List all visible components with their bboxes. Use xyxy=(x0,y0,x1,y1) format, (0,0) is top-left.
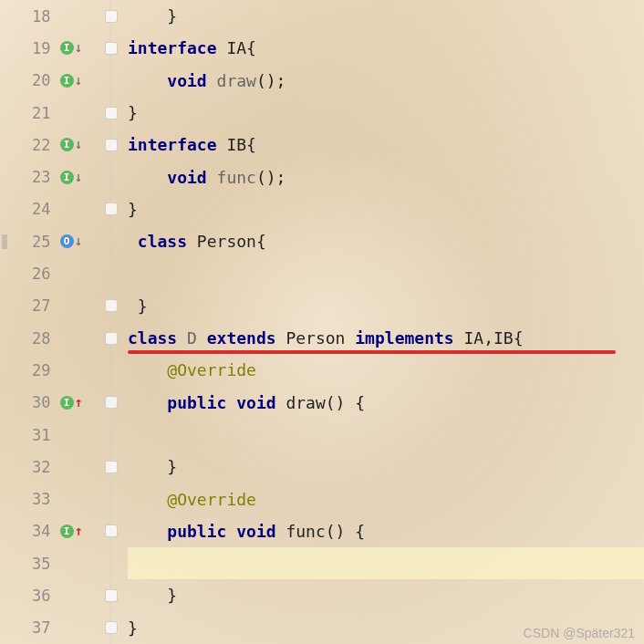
interface-badge-icon: I xyxy=(60,74,74,88)
interface-badge-icon: I xyxy=(60,525,74,538)
code-line[interactable]: void draw(); xyxy=(128,65,644,97)
code-token: IB{ xyxy=(217,135,256,154)
line-number[interactable]: 32 xyxy=(0,458,57,476)
line-number[interactable]: 18 xyxy=(0,7,57,26)
line-number[interactable]: 34 xyxy=(0,522,57,540)
code-token xyxy=(226,522,236,541)
fold-marker-icon[interactable] xyxy=(105,396,118,409)
gutter-icons: I↑ xyxy=(57,525,111,538)
caret-marker xyxy=(2,234,7,249)
fold-marker-icon[interactable] xyxy=(105,42,118,55)
code-line[interactable]: } xyxy=(128,193,644,225)
gutter-line: 34I↑ xyxy=(0,515,110,547)
fold-marker-icon[interactable] xyxy=(105,299,118,312)
gutter-line: 20I↓ xyxy=(0,65,110,97)
gutter-line: 19I↓ xyxy=(0,32,110,64)
code-token: void xyxy=(167,168,206,187)
code-line[interactable]: public void func() { xyxy=(128,515,644,547)
code-line[interactable]: void func(); xyxy=(128,161,644,192)
override-down-icon[interactable]: O↓ xyxy=(60,234,83,248)
fold-marker-icon[interactable] xyxy=(105,107,118,119)
code-line[interactable] xyxy=(128,419,644,451)
line-number[interactable]: 23 xyxy=(0,168,57,186)
line-number[interactable]: 21 xyxy=(0,104,57,122)
interface-badge-icon: I xyxy=(60,396,74,410)
line-number[interactable]: 31 xyxy=(0,426,57,444)
gutter: 1819I↓20I↓2122I↓23I↓2425O↓2627282930I↑31… xyxy=(0,0,111,644)
fold-marker-icon[interactable] xyxy=(105,589,118,602)
line-number[interactable]: 29 xyxy=(0,361,57,379)
override-badge-icon: O xyxy=(60,234,74,248)
line-number[interactable]: 24 xyxy=(0,200,57,218)
code-line[interactable]: class D extends Person implements IA,IB{ xyxy=(128,322,644,354)
code-token xyxy=(177,328,187,348)
code-area[interactable]: }interface IA{ void draw();}interface IB… xyxy=(111,0,644,644)
code-token: class xyxy=(138,232,187,251)
implements-down-icon[interactable]: I↓ xyxy=(60,74,83,88)
implements-down-icon[interactable]: I↓ xyxy=(60,41,83,55)
line-number[interactable]: 35 xyxy=(0,555,57,573)
fold-marker-icon[interactable] xyxy=(105,332,118,345)
fold-marker-icon[interactable] xyxy=(105,10,118,23)
fold-marker-icon[interactable] xyxy=(105,525,118,537)
code-token: } xyxy=(128,200,138,219)
code-token: extends xyxy=(207,328,276,348)
line-number[interactable]: 22 xyxy=(0,136,57,154)
gutter-icons: I↓ xyxy=(57,74,111,88)
code-line[interactable]: @Override xyxy=(128,354,644,386)
code-line[interactable]: interface IB{ xyxy=(128,129,644,161)
code-line[interactable]: } xyxy=(128,451,644,483)
code-line[interactable] xyxy=(128,547,644,579)
fold-marker-icon[interactable] xyxy=(105,139,118,151)
code-line[interactable]: } xyxy=(128,290,644,322)
gutter-line: 32 xyxy=(0,451,110,483)
interface-badge-icon: I xyxy=(60,41,74,55)
code-line[interactable]: } xyxy=(128,97,644,129)
line-number[interactable]: 19 xyxy=(0,39,57,57)
line-number[interactable]: 28 xyxy=(0,329,57,348)
line-number[interactable]: 26 xyxy=(0,265,57,283)
implements-up-icon[interactable]: I↑ xyxy=(60,396,83,410)
gutter-icons: I↓ xyxy=(57,41,111,55)
line-number[interactable]: 37 xyxy=(0,618,57,637)
code-token: (); xyxy=(256,168,286,187)
code-token: implements xyxy=(355,328,453,348)
implements-down-icon[interactable]: I↓ xyxy=(60,171,83,184)
fold-marker-icon[interactable] xyxy=(105,621,118,634)
gutter-line: 27 xyxy=(0,290,110,322)
code-token: D xyxy=(187,328,197,348)
arrow-down-icon: ↓ xyxy=(75,171,83,184)
line-number[interactable]: 20 xyxy=(0,71,57,89)
code-line[interactable]: } xyxy=(128,579,644,611)
code-line[interactable]: } xyxy=(128,0,644,32)
code-token: IA{ xyxy=(217,38,256,57)
code-token: } xyxy=(128,6,177,26)
interface-badge-icon: I xyxy=(60,171,74,184)
code-line[interactable] xyxy=(128,257,644,289)
code-token: void xyxy=(167,71,206,90)
code-token xyxy=(128,360,167,379)
line-number[interactable]: 36 xyxy=(0,587,57,605)
code-token: func xyxy=(217,168,256,187)
code-line[interactable]: @Override xyxy=(128,483,644,514)
gutter-icons: I↑ xyxy=(57,396,111,410)
gutter-line: 31 xyxy=(0,419,110,451)
code-token: interface xyxy=(128,38,217,57)
line-number[interactable]: 33 xyxy=(0,490,57,508)
gutter-line: 33 xyxy=(0,483,110,514)
fold-marker-icon[interactable] xyxy=(105,461,118,473)
code-line[interactable]: class Person{ xyxy=(128,225,644,257)
code-token xyxy=(128,522,167,541)
line-number[interactable]: 25 xyxy=(0,233,57,251)
gutter-line: 37 xyxy=(0,612,110,644)
code-token xyxy=(128,490,167,509)
line-number[interactable]: 30 xyxy=(0,393,57,411)
fold-marker-icon[interactable] xyxy=(105,203,118,215)
code-line[interactable]: public void draw() { xyxy=(128,387,644,419)
code-token: Person{ xyxy=(187,232,266,251)
code-line[interactable]: interface IA{ xyxy=(128,32,644,64)
implements-up-icon[interactable]: I↑ xyxy=(60,525,83,538)
line-number[interactable]: 27 xyxy=(0,296,57,315)
implements-down-icon[interactable]: I↓ xyxy=(60,138,83,151)
code-token xyxy=(226,393,236,412)
